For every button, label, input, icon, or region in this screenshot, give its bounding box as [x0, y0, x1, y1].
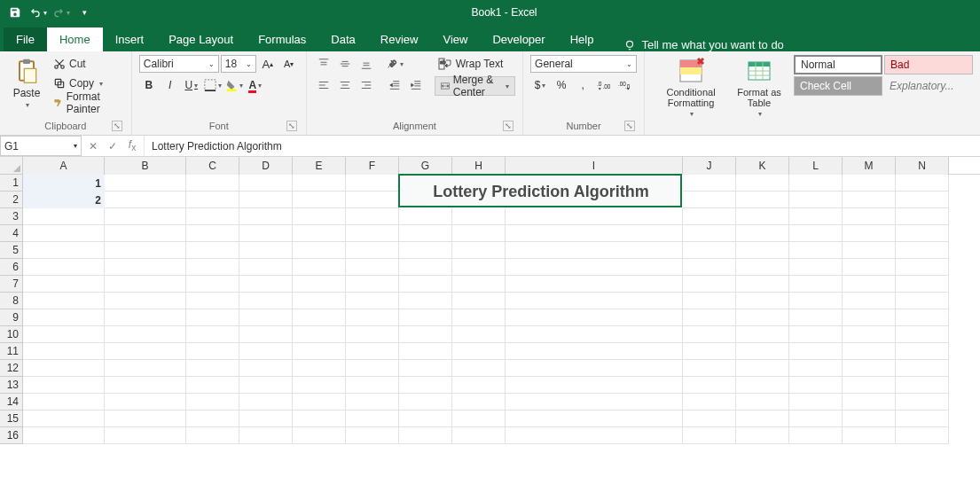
- tell-me-search[interactable]: Tell me what you want to do: [623, 38, 783, 51]
- tab-data[interactable]: Data: [318, 27, 367, 51]
- font-name-combo[interactable]: Calibri⌄: [139, 55, 219, 73]
- align-left-button[interactable]: [314, 76, 333, 94]
- row-header-7[interactable]: 7: [0, 276, 23, 293]
- alignment-launcher[interactable]: ⤡: [503, 121, 514, 131]
- comma-format-button[interactable]: ,: [573, 76, 592, 94]
- tab-home[interactable]: Home: [47, 27, 103, 51]
- row-header-13[interactable]: 13: [0, 377, 23, 394]
- tab-review[interactable]: Review: [368, 27, 431, 51]
- col-header-B[interactable]: B: [105, 157, 186, 175]
- formula-bar: G1▾ ✕ ✓ fx Lottery Prediction Algorithm: [0, 136, 980, 157]
- insert-function-button[interactable]: fx: [126, 138, 138, 152]
- cell-A2[interactable]: 2: [23, 192, 105, 208]
- border-button[interactable]: ▾: [203, 76, 223, 94]
- cut-button[interactable]: Cut: [50, 55, 124, 73]
- cell-A1[interactable]: 1: [23, 175, 105, 192]
- decrease-decimal-button[interactable]: .00.0: [615, 76, 635, 94]
- style-normal[interactable]: Normal: [794, 55, 882, 74]
- tab-help[interactable]: Help: [558, 27, 607, 51]
- style-check-cell[interactable]: Check Cell: [794, 76, 882, 96]
- format-painter-button[interactable]: Format Painter: [50, 94, 124, 112]
- increase-font-button[interactable]: A▴: [258, 55, 278, 73]
- formula-input[interactable]: Lottery Prediction Algorithm: [145, 140, 980, 152]
- row-header-16[interactable]: 16: [0, 427, 23, 444]
- accounting-format-button[interactable]: $▾: [530, 76, 550, 94]
- col-header-F[interactable]: F: [346, 157, 399, 175]
- qat-customize-button[interactable]: ▾: [74, 3, 94, 22]
- col-header-H[interactable]: H: [452, 157, 506, 175]
- merge-center-button[interactable]: Merge & Center▾: [435, 76, 515, 96]
- percent-format-button[interactable]: %: [552, 76, 571, 94]
- format-as-table-button[interactable]: Format as Table▾: [730, 55, 788, 120]
- tab-file[interactable]: File: [4, 27, 47, 51]
- tab-formulas[interactable]: Formulas: [246, 27, 318, 51]
- col-header-L[interactable]: L: [789, 157, 843, 175]
- increase-indent-button[interactable]: [406, 76, 426, 94]
- row-header-4[interactable]: 4: [0, 225, 23, 242]
- row-header-14[interactable]: 14: [0, 394, 23, 411]
- conditional-formatting-button[interactable]: Conditional Formatting▾: [652, 55, 730, 120]
- align-center-button[interactable]: [335, 76, 355, 94]
- save-icon[interactable]: [5, 3, 25, 22]
- col-header-M[interactable]: M: [843, 157, 896, 175]
- name-box[interactable]: G1▾: [0, 136, 82, 156]
- row-header-12[interactable]: 12: [0, 360, 23, 377]
- font-size-combo[interactable]: 18⌄: [221, 55, 256, 73]
- row-header-3[interactable]: 3: [0, 208, 23, 225]
- wrap-text-button[interactable]: ab Wrap Text: [435, 55, 515, 73]
- align-right-button[interactable]: [357, 76, 376, 94]
- redo-button[interactable]: ▾: [51, 3, 71, 22]
- row-header-11[interactable]: 11: [0, 343, 23, 360]
- enter-formula-button[interactable]: ✓: [106, 140, 119, 152]
- fill-color-button[interactable]: ▾: [224, 76, 244, 94]
- copy-button[interactable]: Copy▾: [50, 74, 124, 92]
- tab-insert[interactable]: Insert: [103, 27, 157, 51]
- middle-align-button[interactable]: [335, 55, 355, 73]
- col-header-E[interactable]: E: [293, 157, 346, 175]
- tab-page-layout[interactable]: Page Layout: [156, 27, 246, 51]
- col-header-G[interactable]: G: [399, 157, 452, 175]
- col-header-K[interactable]: K: [736, 157, 789, 175]
- undo-button[interactable]: ▾: [28, 3, 48, 22]
- paste-button[interactable]: Paste ▾: [7, 55, 46, 111]
- copy-label: Copy: [69, 77, 94, 90]
- tab-view[interactable]: View: [430, 27, 480, 51]
- font-launcher[interactable]: ⤡: [286, 121, 297, 131]
- number-launcher[interactable]: ⤡: [624, 121, 635, 131]
- bold-button[interactable]: B: [139, 76, 159, 94]
- svg-rect-3: [23, 59, 30, 64]
- col-header-C[interactable]: C: [186, 157, 239, 175]
- row-header-15[interactable]: 15: [0, 411, 23, 427]
- style-explanatory[interactable]: Explanatory...: [884, 76, 973, 96]
- tab-developer[interactable]: Developer: [480, 27, 557, 51]
- col-header-N[interactable]: N: [896, 157, 949, 175]
- style-bad[interactable]: Bad: [884, 55, 973, 74]
- row-header-5[interactable]: 5: [0, 242, 23, 259]
- cells-area[interactable]: 12Lottery Prediction Algorithm: [23, 175, 949, 444]
- row-header-6[interactable]: 6: [0, 259, 23, 276]
- col-header-J[interactable]: J: [683, 157, 736, 175]
- select-all-button[interactable]: [0, 157, 23, 175]
- col-header-A[interactable]: A: [23, 157, 105, 175]
- cancel-formula-button[interactable]: ✕: [87, 140, 99, 152]
- row-header-8[interactable]: 8: [0, 293, 23, 309]
- row-header-2[interactable]: 2: [0, 192, 23, 208]
- underline-button[interactable]: U▾: [182, 76, 201, 94]
- decrease-font-button[interactable]: A▾: [279, 55, 299, 73]
- font-color-button[interactable]: A▾: [246, 76, 265, 94]
- number-format-combo[interactable]: General⌄: [530, 55, 637, 73]
- clipboard-launcher[interactable]: ⤡: [112, 121, 122, 131]
- decrease-indent-button[interactable]: [385, 76, 404, 94]
- col-header-I[interactable]: I: [506, 157, 683, 175]
- number-group-label: Number: [567, 121, 601, 131]
- orientation-button[interactable]: ab▾: [385, 55, 404, 73]
- increase-decimal-button[interactable]: .0.00: [594, 76, 614, 94]
- group-styles: Conditional Formatting▾ Format as Table▾…: [645, 51, 980, 135]
- bottom-align-button[interactable]: [357, 55, 376, 73]
- col-header-D[interactable]: D: [239, 157, 293, 175]
- row-header-9[interactable]: 9: [0, 309, 23, 326]
- italic-button[interactable]: I: [161, 76, 180, 94]
- row-header-1[interactable]: 1: [0, 175, 23, 192]
- row-header-10[interactable]: 10: [0, 326, 23, 343]
- top-align-button[interactable]: [314, 55, 333, 73]
